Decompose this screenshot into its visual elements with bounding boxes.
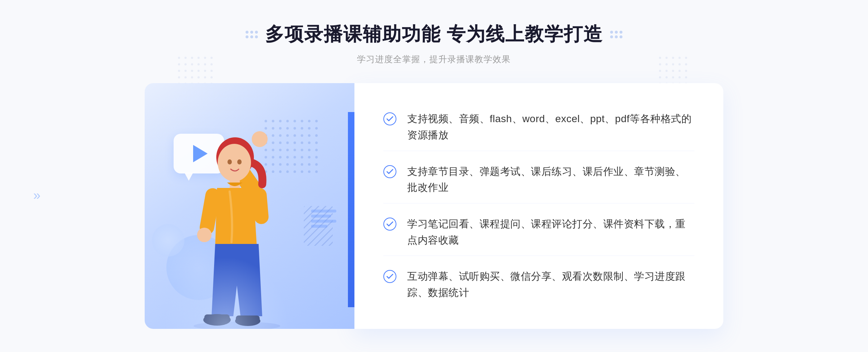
illustration-panel bbox=[145, 83, 354, 329]
chevron-icon: » bbox=[33, 188, 41, 203]
checkmark-svg-3 bbox=[386, 221, 393, 227]
checkmark-svg-1 bbox=[386, 116, 393, 122]
feature-item-4: 互动弹幕、试听购买、微信分享、观看次数限制、学习进度跟踪、数据统计 bbox=[383, 261, 694, 308]
checkmark-svg-2 bbox=[386, 169, 393, 175]
feature-item-2: 支持章节目录、弹题考试、课后练习、课后作业、章节测验、批改作业 bbox=[383, 156, 694, 204]
svg-rect-3 bbox=[658, 56, 687, 85]
features-panel: 支持视频、音频、flash、word、excel、ppt、pdf等各种格式的资源… bbox=[354, 83, 723, 329]
vertical-accent-bar bbox=[348, 112, 354, 307]
decorative-bars bbox=[311, 210, 336, 228]
dots-decor-right bbox=[658, 56, 687, 85]
svg-point-14 bbox=[237, 159, 242, 164]
check-icon-2 bbox=[383, 165, 396, 178]
page-container: » 多项录播课辅助功能 专为线上教学打造 学习进度全掌握，提升录播课教学效果 bbox=[0, 0, 868, 352]
title-dots-right bbox=[610, 31, 622, 38]
page-subtitle: 学习进度全掌握，提升录播课教学效果 bbox=[246, 53, 622, 65]
svg-point-10 bbox=[252, 131, 268, 147]
floor-glow bbox=[163, 257, 289, 329]
check-icon-3 bbox=[383, 218, 396, 231]
title-row: 多项录播课辅助功能 专为线上教学打造 bbox=[246, 22, 622, 47]
check-icon-1 bbox=[383, 112, 396, 125]
checkmark-svg-4 bbox=[386, 274, 393, 279]
main-content: 支持视频、音频、flash、word、excel、ppt、pdf等各种格式的资源… bbox=[145, 83, 723, 329]
page-title: 多项录播课辅助功能 专为线上教学打造 bbox=[265, 22, 603, 47]
header-section: 多项录播课辅助功能 专为线上教学打造 学习进度全掌握，提升录播课教学效果 bbox=[246, 0, 622, 65]
feature-text-1: 支持视频、音频、flash、word、excel、ppt、pdf等各种格式的资源… bbox=[407, 111, 694, 143]
svg-point-17 bbox=[197, 228, 212, 242]
svg-point-13 bbox=[227, 159, 232, 164]
svg-point-12 bbox=[218, 144, 251, 181]
feature-text-2: 支持章节目录、弹题考试、课后练习、课后作业、章节测验、批改作业 bbox=[407, 164, 694, 196]
check-icon-4 bbox=[383, 270, 396, 283]
feature-item-3: 学习笔记回看、课程提问、课程评论打分、课件资料下载，重点内容收藏 bbox=[383, 209, 694, 256]
left-chevrons-decoration: » bbox=[33, 188, 41, 203]
feature-text-3: 学习笔记回看、课程提问、课程评论打分、课件资料下载，重点内容收藏 bbox=[407, 216, 694, 249]
feature-text-4: 互动弹幕、试听购买、微信分享、观看次数限制、学习进度跟踪、数据统计 bbox=[407, 269, 694, 301]
feature-item-1: 支持视频、音频、flash、word、excel、ppt、pdf等各种格式的资源… bbox=[383, 104, 694, 151]
title-dots-left bbox=[246, 31, 258, 38]
